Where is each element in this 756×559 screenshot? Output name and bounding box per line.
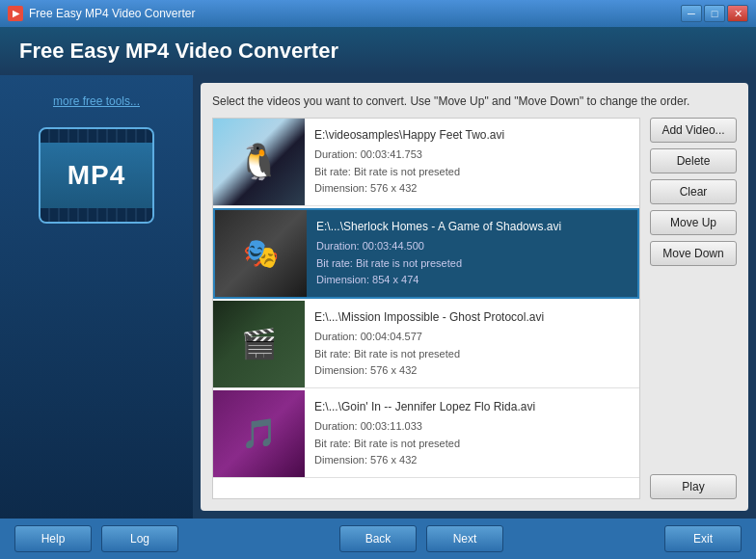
log-button[interactable]: Log: [101, 525, 178, 552]
video-duration-4: Duration: 00:03:11.033: [314, 418, 535, 436]
content-panel: Select the videos you want to convert. U…: [201, 83, 748, 511]
mp4-label: MP4: [68, 160, 126, 191]
thumbnail-sherlock: [215, 210, 307, 297]
video-info-1: E:\videosamples\Happy Feet Two.avi Durat…: [305, 119, 514, 205]
video-dimension-4: Dimension: 576 x 432: [314, 452, 535, 469]
next-button[interactable]: Next: [426, 525, 503, 552]
more-tools-link[interactable]: more free tools...: [53, 94, 140, 108]
thumbnail-mission: [213, 301, 305, 387]
filmstrip-bottom: [40, 208, 152, 222]
videos-section: E:\videosamples\Happy Feet Two.avi Durat…: [212, 118, 737, 499]
nav-buttons: Back Next: [339, 525, 503, 552]
video-duration-3: Duration: 00:04:04.577: [314, 329, 544, 346]
sidebar: more free tools... MP4: [0, 75, 193, 519]
video-title-1: E:\videosamples\Happy Feet Two.avi: [314, 126, 504, 145]
clear-button[interactable]: Clear: [650, 179, 737, 204]
maximize-button[interactable]: □: [704, 5, 725, 22]
video-info-2: E:\...\Sherlock Homes - A Game of Shadow…: [307, 210, 571, 297]
app-header: Free Easy MP4 Video Converter: [0, 27, 756, 75]
video-title-2: E:\...\Sherlock Homes - A Game of Shadow…: [316, 218, 561, 236]
video-bitrate-4: Bit rate: Bit rate is not preseted: [314, 436, 535, 453]
button-spacer: [650, 272, 737, 468]
window-title: Free Easy MP4 Video Converter: [29, 7, 675, 20]
video-item-3[interactable]: E:\...\Mission Impossible - Ghost Protoc…: [213, 301, 639, 388]
video-dimension-1: Dimension: 576 x 432: [314, 180, 504, 198]
video-dimension-2: Dimension: 854 x 474: [316, 272, 561, 289]
app-icon: ▶: [8, 6, 23, 21]
video-item-2[interactable]: E:\...\Sherlock Homes - A Game of Shadow…: [213, 208, 639, 299]
video-bitrate-3: Bit rate: Bit rate is not preseted: [314, 346, 544, 363]
main-area: more free tools... MP4 Select the videos…: [0, 75, 756, 519]
minimize-button[interactable]: ─: [681, 5, 702, 22]
video-info-4: E:\...\Goin' In -- Jennifer Lopez Flo Ri…: [305, 390, 545, 477]
side-buttons: Add Video... Delete Clear Move Up Move D…: [650, 118, 737, 499]
play-button[interactable]: Play: [650, 474, 737, 499]
move-up-button[interactable]: Move Up: [650, 210, 737, 235]
video-dimension-3: Dimension: 576 x 432: [314, 362, 544, 380]
mp4-logo: MP4: [39, 127, 154, 224]
thumbnail-penguin: [213, 119, 305, 205]
video-title-3: E:\...\Mission Impossible - Ghost Protoc…: [314, 308, 544, 327]
help-button[interactable]: Help: [14, 525, 92, 552]
move-down-button[interactable]: Move Down: [650, 241, 737, 266]
app-title: Free Easy MP4 Video Converter: [19, 39, 338, 63]
exit-button[interactable]: Exit: [664, 525, 742, 552]
filmstrip-top: [40, 129, 152, 143]
video-title-4: E:\...\Goin' In -- Jennifer Lopez Flo Ri…: [314, 398, 535, 416]
thumbnail-jennifer: [213, 390, 305, 477]
video-item-4[interactable]: E:\...\Goin' In -- Jennifer Lopez Flo Ri…: [213, 390, 639, 478]
video-info-3: E:\...\Mission Impossible - Ghost Protoc…: [305, 301, 554, 387]
close-button[interactable]: ✕: [727, 5, 748, 22]
bottom-bar: Help Log Back Next Exit: [0, 519, 756, 559]
instruction-text: Select the videos you want to convert. U…: [212, 94, 737, 108]
video-duration-1: Duration: 00:03:41.753: [314, 146, 504, 164]
window-controls: ─ □ ✕: [681, 5, 748, 22]
video-bitrate-1: Bit rate: Bit rate is not preseted: [314, 164, 504, 181]
video-duration-2: Duration: 00:03:44.500: [316, 238, 561, 255]
delete-button[interactable]: Delete: [650, 148, 737, 173]
video-item-1[interactable]: E:\videosamples\Happy Feet Two.avi Durat…: [213, 119, 639, 206]
back-button[interactable]: Back: [339, 525, 417, 552]
video-list[interactable]: E:\videosamples\Happy Feet Two.avi Durat…: [212, 118, 640, 499]
title-bar: ▶ Free Easy MP4 Video Converter ─ □ ✕: [0, 0, 756, 27]
video-bitrate-2: Bit rate: Bit rate is not preseted: [316, 255, 561, 273]
add-video-button[interactable]: Add Video...: [650, 118, 737, 143]
